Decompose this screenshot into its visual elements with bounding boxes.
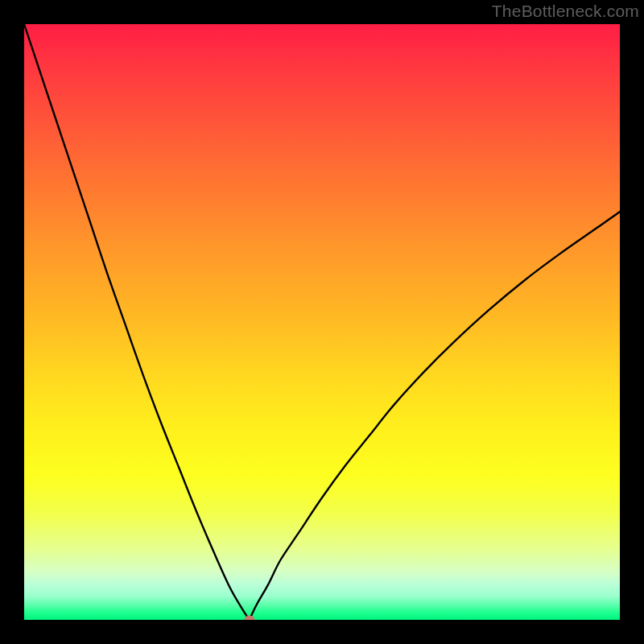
plot-area xyxy=(24,24,620,620)
watermark-text: TheBottleneck.com xyxy=(492,2,639,21)
bottleneck-curve xyxy=(24,24,620,620)
chart-frame: TheBottleneck.com xyxy=(0,0,644,644)
curve-svg xyxy=(24,24,620,620)
minimum-marker xyxy=(244,616,254,621)
